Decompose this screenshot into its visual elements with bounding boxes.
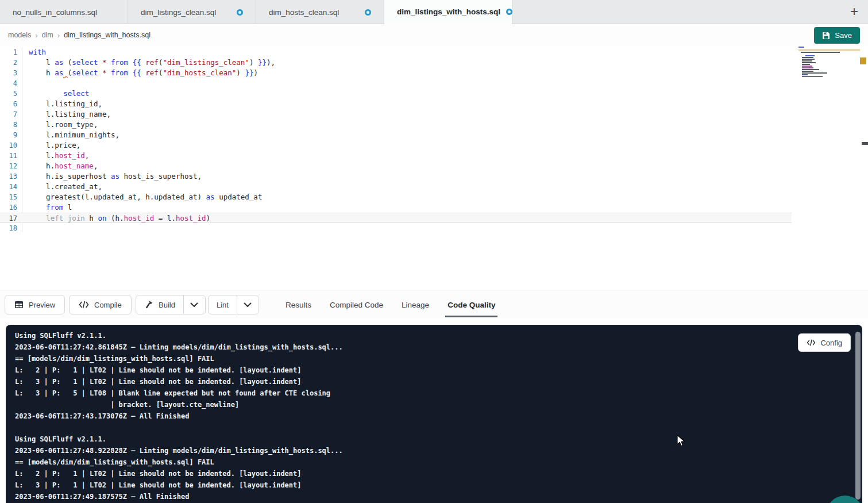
chevron-down-icon (190, 302, 198, 308)
lint-button[interactable]: Lint (209, 295, 237, 314)
code-line[interactable]: 7 l.listing_name, (0, 109, 792, 120)
code-line[interactable]: 17 left join h on (h.host_id = l.host_id… (0, 213, 792, 223)
minimap-line (802, 66, 812, 67)
config-label: Config (820, 339, 842, 347)
code-line[interactable]: 9 l.minimum_nights, (0, 130, 792, 140)
code-text: l.minimum_nights, (17, 130, 119, 140)
code-line[interactable]: 6 l.listing_id, (0, 99, 792, 109)
panel-tab-compiled-code[interactable]: Compiled Code (330, 290, 383, 319)
file-tab-label: no_nulls_in_columns.sql (13, 8, 97, 17)
code-line[interactable]: 4 (0, 78, 792, 89)
lint-split-button: Lint (208, 295, 259, 314)
file-tab[interactable]: dim_listings_clean.sql (128, 0, 256, 24)
save-floppy-icon (822, 32, 830, 40)
code-line[interactable]: 1with (0, 47, 792, 57)
hammer-icon (144, 300, 153, 309)
result-panel-tabs: ResultsCompiled CodeLineageCode Quality (286, 290, 495, 319)
path-bar: models›dim›dim_listings_with_hosts.sql S… (0, 24, 868, 46)
line-number: 1 (0, 47, 17, 57)
terminal-scrollbar[interactable] (855, 332, 861, 500)
line-number: 10 (0, 140, 17, 151)
code-editor[interactable]: 1with2 l as (select * from {{ ref("dim_l… (0, 46, 868, 290)
file-tab-label: dim_listings_with_hosts.sql (397, 7, 500, 16)
breadcrumb-separator: › (57, 31, 60, 40)
compile-button[interactable]: Compile (69, 295, 132, 314)
terminal-line: L: 3 | P: 1 | LT02 | Line should not be … (15, 479, 853, 491)
save-button[interactable]: Save (814, 27, 860, 44)
code-line[interactable]: 12 h.host_name, (0, 161, 792, 171)
minimap-line (805, 55, 815, 56)
code-text: select (17, 89, 89, 99)
file-tab[interactable]: no_nulls_in_columns.sql (0, 0, 128, 24)
code-text: h.host_name, (17, 161, 98, 171)
code-text: l.listing_id, (17, 99, 102, 109)
terminal-line: == [models/dim/dim_listings_with_hosts.s… (15, 456, 853, 468)
lint-dropdown-button[interactable] (237, 295, 259, 314)
code-text: left join h on (h.host_id = l.host_id) (17, 213, 210, 222)
file-tab-label: dim_hosts_clean.sql (269, 8, 339, 17)
build-split-button: Build (136, 295, 206, 314)
unsaved-changes-dot-icon (506, 9, 512, 15)
terminal-output-panel: Using SQLFluff v2.1.1.2023-06-06T11:27:4… (6, 325, 862, 503)
build-dropdown-button[interactable] (184, 295, 205, 314)
file-tabs: no_nulls_in_columns.sqldim_listings_clea… (0, 0, 512, 24)
line-number: 5 (0, 89, 17, 99)
code-line[interactable]: 16 from l (0, 202, 792, 213)
preview-table-icon (14, 300, 24, 309)
code-line[interactable]: 3 h as (select * from {{ ref("dim_hosts_… (0, 68, 792, 78)
file-tab[interactable]: dim_listings_with_hosts.sql (384, 0, 512, 24)
new-tab-button[interactable]: + (845, 2, 863, 21)
lint-config-button[interactable]: Config (798, 333, 851, 352)
code-line[interactable]: 15 greatest(l.updated_at, h.updated_at) … (0, 192, 792, 202)
code-line[interactable]: 5 select (0, 89, 792, 99)
file-tab-label: dim_listings_clean.sql (141, 8, 216, 17)
code-line[interactable]: 8 l.room_type, (0, 120, 792, 130)
panel-tab-lineage[interactable]: Lineage (402, 290, 429, 319)
code-text: l.price, (17, 140, 80, 151)
file-tab-bar: no_nulls_in_columns.sqldim_listings_clea… (0, 0, 868, 24)
code-line[interactable]: 2 l as (select * from {{ ref("dim_listin… (0, 57, 792, 68)
breadcrumb-item[interactable]: dim_listings_with_hosts.sql (64, 31, 151, 39)
code-line[interactable]: 11 l.host_id, (0, 151, 792, 161)
line-number: 14 (0, 182, 17, 192)
terminal-line: 2023-06-06T11:27:48.922828Z — Linting mo… (15, 445, 853, 456)
code-text: h.is_superhost as host_is_superhost, (17, 171, 202, 182)
line-number: 13 (0, 171, 17, 182)
minimap[interactable] (798, 47, 860, 118)
file-tab[interactable]: dim_hosts_clean.sql (256, 0, 384, 24)
panel-tab-results[interactable]: Results (286, 290, 311, 319)
breadcrumb-item[interactable]: models (8, 31, 31, 39)
code-line[interactable]: 13 h.is_superhost as host_is_superhost, (0, 171, 792, 182)
lint-label: Lint (217, 301, 229, 309)
preview-label: Preview (29, 301, 55, 309)
line-number: 12 (0, 161, 17, 171)
code-text: h as (select * from {{ ref("dim_hosts_cl… (17, 68, 258, 78)
code-text: l as (select * from {{ ref("dim_listings… (17, 57, 275, 68)
terminal-line: == [models/dim/dim_listings_with_hosts.s… (15, 353, 853, 364)
code-line[interactable]: 14 l.created_at, (0, 182, 792, 192)
minimap-line (802, 71, 813, 72)
code-text: l.host_id, (17, 151, 89, 161)
minimap-line (802, 69, 819, 70)
breadcrumb-item[interactable]: dim (42, 31, 53, 39)
code-text: with (17, 47, 46, 57)
minimap-line (802, 74, 808, 75)
code-line[interactable]: 10 l.price, (0, 140, 792, 151)
code-text: l.created_at, (17, 182, 102, 192)
terminal-line: | bracket. [layout.cte_newline] (15, 399, 853, 410)
minimap-line (802, 72, 827, 74)
build-button[interactable]: Build (136, 295, 184, 314)
panel-tab-code-quality[interactable]: Code Quality (447, 290, 495, 319)
line-number: 7 (0, 109, 17, 120)
code-text: greatest(l.updated_at, h.updated_at) as … (17, 192, 262, 202)
preview-button[interactable]: Preview (5, 295, 65, 314)
code-brackets-icon (807, 339, 816, 346)
minimap-line (802, 60, 812, 62)
code-text: from l (17, 202, 72, 213)
minimap-line (802, 62, 816, 63)
action-toolbar: Preview Compile Build Lint (0, 290, 868, 318)
terminal-line: L: 2 | P: 1 | LT02 | Line should not be … (15, 364, 853, 376)
code-line[interactable]: 18 (0, 223, 792, 233)
line-number: 6 (0, 99, 17, 109)
minimap-line (802, 67, 813, 68)
